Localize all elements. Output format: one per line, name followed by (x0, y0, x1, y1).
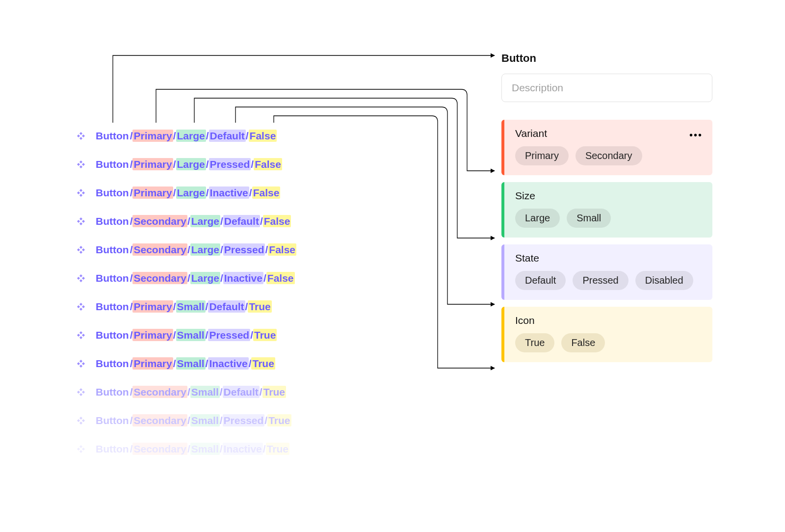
layer-segment: Secondary (132, 272, 187, 284)
property-options: DefaultPressedDisabled (515, 271, 702, 290)
property-group-state: StateDefaultPressedDisabled (501, 244, 712, 300)
layer-segment: Large (176, 186, 206, 199)
layer-segment: Button (95, 130, 130, 142)
layer-segment: Default (223, 215, 260, 227)
option-pill[interactable]: Default (515, 271, 566, 290)
layer-name: Button/Secondary/Large/Default/False (95, 215, 291, 227)
property-group-variant: Variant•••PrimarySecondary (501, 120, 712, 175)
property-options: TrueFalse (515, 333, 702, 352)
layer-row[interactable]: Button/Secondary/Small/Default/True (76, 386, 296, 398)
layer-segment: Large (190, 272, 220, 284)
layer-separator: / (187, 443, 190, 454)
layer-segment: Primary (132, 186, 173, 199)
layer-separator: / (220, 443, 223, 454)
layer-row[interactable]: Button/Secondary/Small/Pressed/True (76, 415, 296, 426)
layer-segment: Button (95, 186, 130, 199)
layer-name: Button/Primary/Small/Pressed/True (95, 329, 277, 341)
property-name: Icon (515, 315, 702, 326)
component-icon (76, 444, 86, 454)
option-pill[interactable]: Small (567, 209, 611, 228)
layer-separator: / (173, 130, 176, 141)
layer-row[interactable]: Button/Primary/Large/Inactive/False (76, 187, 296, 199)
component-icon (76, 387, 86, 397)
layer-row[interactable]: Button/Secondary/Large/Pressed/False (76, 244, 296, 256)
layer-separator: / (173, 301, 176, 312)
description-input[interactable] (501, 74, 712, 102)
layer-separator: / (187, 386, 190, 398)
layer-segment: Primary (132, 158, 173, 170)
layer-segment: Default (209, 130, 246, 142)
layer-segment: Large (190, 215, 220, 227)
layer-segment: False (254, 158, 282, 170)
option-pill[interactable]: Primary (515, 146, 569, 165)
option-pill[interactable]: Disabled (635, 271, 693, 290)
layer-segment: Button (95, 386, 130, 398)
layer-segment: Pressed (208, 329, 250, 341)
layer-segment: False (263, 215, 291, 227)
layer-separator: / (187, 244, 190, 255)
layer-segment: Button (95, 414, 130, 426)
property-group-size: SizeLargeSmall (501, 182, 712, 238)
layer-segment: Button (95, 300, 130, 313)
option-pill[interactable]: True (515, 333, 554, 352)
option-pill[interactable]: Secondary (576, 146, 642, 165)
component-icon (76, 188, 86, 198)
layer-segment: True (262, 386, 286, 398)
layer-row[interactable]: Button/Secondary/Large/Inactive/False (76, 272, 296, 284)
option-pill[interactable]: Large (515, 209, 560, 228)
component-icon (76, 302, 86, 312)
option-pill[interactable]: Pressed (573, 271, 628, 290)
layer-separator: / (249, 187, 252, 198)
layer-segment: Button (95, 272, 130, 284)
properties-panel: Button Variant•••PrimarySecondarySizeLar… (501, 52, 712, 369)
layer-row[interactable]: Button/Primary/Small/Inactive/True (76, 358, 296, 370)
layer-segment: True (266, 443, 289, 455)
layer-segment: Button (95, 158, 130, 170)
layer-segment: False (266, 272, 295, 284)
layer-segment: Secondary (132, 243, 187, 256)
layer-segment: Pressed (223, 414, 265, 426)
property-name: State (515, 252, 702, 264)
component-icon (76, 359, 86, 369)
layer-segment: False (252, 186, 281, 199)
layer-name: Button/Secondary/Small/Default/True (95, 386, 286, 398)
layer-segment: Small (176, 329, 206, 341)
layer-segment: Button (95, 443, 130, 455)
layer-separator: / (260, 215, 263, 227)
layer-segment: Default (208, 300, 245, 313)
layer-separator: / (173, 159, 176, 170)
layer-segment: True (248, 300, 271, 313)
layer-row[interactable]: Button/Primary/Large/Default/False (76, 130, 296, 142)
component-icon (76, 416, 86, 426)
layer-row[interactable]: Button/Primary/Large/Pressed/False (76, 159, 296, 170)
layer-row[interactable]: Button/Secondary/Small/Inactive/True (76, 443, 296, 455)
layer-separator: / (187, 272, 190, 284)
layer-separator: / (173, 329, 176, 341)
panel-title: Button (501, 52, 712, 65)
layer-row[interactable]: Button/Primary/Small/Pressed/True (76, 329, 296, 341)
property-group-icon: IconTrueFalse (501, 307, 712, 362)
layer-separator: / (263, 443, 266, 454)
component-icon (76, 131, 86, 141)
component-icon (76, 330, 86, 340)
layer-separator: / (220, 215, 223, 227)
layer-segment: Large (176, 158, 206, 170)
layer-separator: / (220, 415, 223, 426)
layer-list: Button/Primary/Large/Default/FalseButton… (76, 130, 296, 455)
more-icon[interactable]: ••• (689, 130, 703, 141)
layer-row[interactable]: Button/Primary/Small/Default/True (76, 301, 296, 313)
layer-segment: Default (223, 386, 260, 398)
layer-separator: / (246, 130, 249, 141)
layer-segment: Small (190, 443, 220, 455)
layer-segment: Secondary (132, 443, 187, 455)
layer-segment: Inactive (209, 186, 249, 199)
option-pill[interactable]: False (561, 333, 605, 352)
property-options: LargeSmall (515, 209, 702, 228)
layer-segment: Button (95, 215, 130, 227)
component-icon (76, 216, 86, 226)
property-name: Size (515, 190, 702, 202)
layer-segment: Small (190, 386, 220, 398)
layer-row[interactable]: Button/Secondary/Large/Default/False (76, 215, 296, 227)
layer-name: Button/Primary/Small/Inactive/True (95, 358, 275, 370)
layer-separator: / (173, 187, 176, 198)
